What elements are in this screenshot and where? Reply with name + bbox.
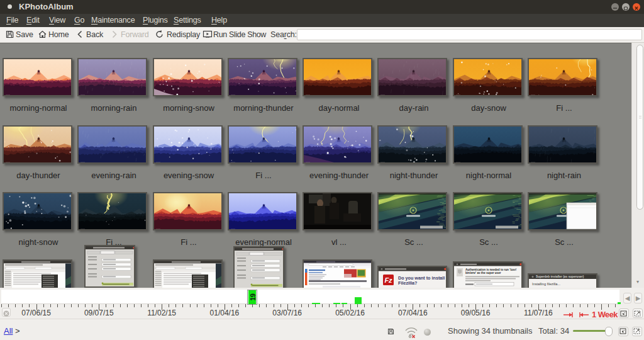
svg-text:Filezilla?: Filezilla?	[398, 280, 417, 286]
svg-text:bin/env' as the super user: bin/env' as the super user	[465, 271, 501, 275]
svg-text:Superdeb installer (as superus: Superdeb installer (as superuser)	[536, 275, 584, 278]
svg-text:Installing filezilla...: Installing filezilla...	[532, 282, 561, 286]
svg-text:Fz: Fz	[384, 276, 392, 284]
